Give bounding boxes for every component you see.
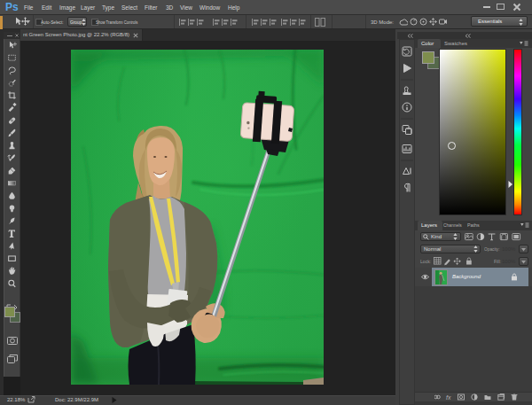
svg-text:fx: fx [446, 394, 451, 401]
